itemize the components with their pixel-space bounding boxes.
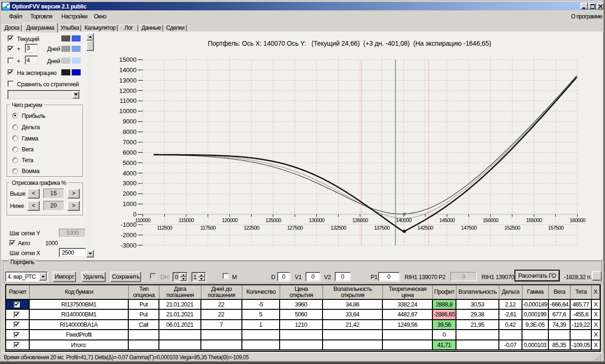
svg-text:110000: 110000 (135, 217, 151, 223)
svg-text:-3000: -3000 (121, 242, 137, 249)
svg-text:142500: 142500 (417, 225, 433, 231)
svg-text:1000: 1000 (123, 200, 136, 207)
svg-text:10000: 10000 (119, 108, 137, 115)
svg-text:11000: 11000 (120, 97, 137, 104)
svg-text:120000: 120000 (222, 217, 238, 223)
svg-text:117500: 117500 (200, 225, 216, 231)
svg-text:0: 0 (133, 211, 136, 218)
svg-text:145000: 145000 (439, 217, 455, 223)
svg-text:155000: 155000 (526, 217, 542, 223)
svg-text:15000: 15000 (119, 56, 137, 63)
svg-text:4000: 4000 (123, 170, 136, 177)
svg-text:122500: 122500 (244, 225, 259, 231)
svg-text:7000: 7000 (123, 139, 136, 146)
svg-text:160000: 160000 (570, 217, 585, 223)
svg-text:Портфель: Ось X: 140070 Ось Y:: Портфель: Ось X: 140070 Ось Y: (Текущий … (208, 40, 491, 47)
svg-text:-1000: -1000 (121, 221, 137, 228)
svg-text:147500: 147500 (461, 225, 477, 231)
svg-text:14000: 14000 (119, 66, 137, 74)
svg-text:130000: 130000 (309, 217, 324, 223)
svg-text:157500: 157500 (548, 225, 564, 231)
svg-text:152500: 152500 (505, 225, 520, 231)
svg-text:2000: 2000 (123, 190, 136, 197)
svg-text:6000: 6000 (123, 149, 136, 156)
svg-text:8000: 8000 (123, 128, 136, 135)
svg-text:125000: 125000 (265, 217, 281, 223)
svg-text:9000: 9000 (123, 118, 136, 125)
svg-text:135000: 135000 (352, 217, 368, 223)
svg-text:132500: 132500 (331, 225, 346, 231)
svg-text:150000: 150000 (483, 217, 498, 223)
svg-text:3000: 3000 (123, 180, 136, 187)
svg-text:13000: 13000 (119, 77, 137, 84)
svg-text:112500: 112500 (157, 225, 173, 231)
svg-text:-2000: -2000 (121, 232, 137, 239)
svg-text:115000: 115000 (179, 217, 194, 223)
svg-text:5000: 5000 (123, 159, 136, 166)
svg-text:127500: 127500 (287, 225, 303, 231)
svg-text:12000: 12000 (119, 87, 137, 94)
svg-text:137500: 137500 (374, 225, 390, 231)
